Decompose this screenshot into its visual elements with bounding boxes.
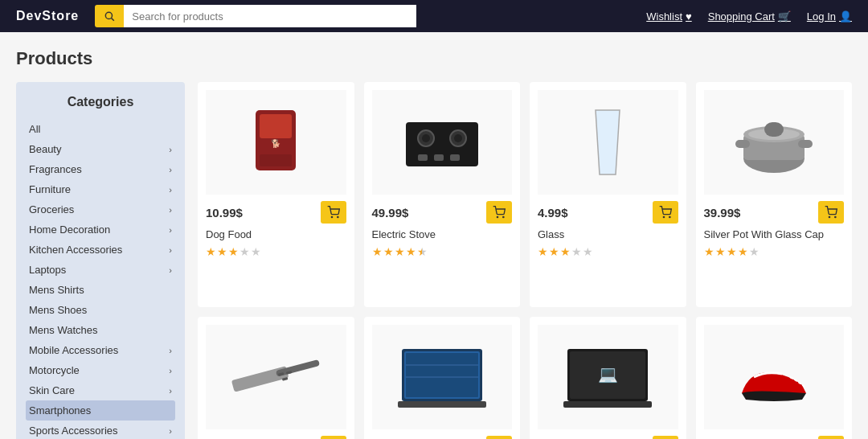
- cart-icon: 🛒: [778, 10, 791, 23]
- product-image: [704, 90, 845, 195]
- product-image: [372, 90, 513, 195]
- wishlist-link[interactable]: Wishlist ♥: [646, 10, 692, 23]
- add-to-cart-button[interactable]: [818, 201, 844, 224]
- star-icon: ★: [372, 245, 383, 258]
- svg-rect-47: [563, 401, 652, 408]
- product-stars: ★★★★★: [372, 245, 513, 258]
- product-price-row: 1099.99$: [372, 436, 513, 439]
- product-price-row: 149.99$: [704, 436, 845, 439]
- star-icon: ★: [538, 245, 548, 258]
- sidebar-item-label: All: [29, 123, 40, 135]
- svg-rect-3: [260, 114, 292, 138]
- sidebar-item-kitchen-accessories[interactable]: Kitchen Accessories›: [26, 240, 175, 260]
- sidebar: Categories AllBeauty›Fragrances›Furnitur…: [16, 82, 185, 439]
- product-price: 4.99$: [538, 206, 568, 220]
- chevron-right-icon: ›: [169, 225, 172, 235]
- add-to-cart-button[interactable]: [818, 436, 844, 439]
- search-wrapper: [95, 5, 416, 27]
- user-icon: 👤: [839, 10, 852, 23]
- sidebar-item-furniture[interactable]: Furniture›: [26, 179, 175, 199]
- add-to-cart-button[interactable]: [653, 201, 678, 224]
- product-name: Glass: [538, 228, 678, 240]
- star-icon: ★: [704, 245, 714, 258]
- star-icon: ★: [240, 245, 250, 258]
- product-name: Dog Food: [206, 228, 346, 240]
- chevron-right-icon: ›: [169, 346, 172, 355]
- cart-link[interactable]: Shopping Cart 🛒: [708, 10, 791, 23]
- sidebar-item-laptops[interactable]: Laptops›: [26, 260, 175, 280]
- add-to-cart-button[interactable]: [321, 436, 346, 439]
- sidebar-item-beauty[interactable]: Beauty›: [26, 139, 175, 159]
- sidebar-item-label: Beauty: [29, 143, 61, 155]
- star-icon: ★: [395, 245, 405, 258]
- sidebar-item-label: Groceries: [29, 203, 74, 215]
- product-name: Electric Stove: [372, 228, 513, 240]
- sidebar-item-all[interactable]: All: [26, 119, 175, 139]
- sidebar-item-label: Mens Watches: [29, 324, 98, 336]
- star-icon: ★: [727, 245, 737, 258]
- svg-rect-26: [798, 140, 813, 148]
- sidebar-item-label: Mens Shoes: [29, 304, 87, 316]
- svg-point-7: [337, 216, 338, 217]
- product-price-row: 8.99$: [206, 436, 346, 439]
- search-input[interactable]: [124, 5, 416, 27]
- logo: DevStore: [16, 9, 79, 23]
- sidebar-item-mens-shoes[interactable]: Mens Shoes: [26, 300, 175, 320]
- sidebar-item-label: Mobile Accessories: [29, 344, 118, 356]
- add-to-cart-button[interactable]: [486, 436, 512, 439]
- sidebar-item-smartphones[interactable]: Smartphones: [26, 400, 175, 421]
- product-price-row: 49.99$: [372, 201, 513, 224]
- sidebar-item-label: Furniture: [29, 183, 71, 195]
- svg-point-16: [497, 216, 497, 217]
- main-layout: Categories AllBeauty›Fragrances›Furnitur…: [16, 82, 852, 439]
- product-price: 39.99$: [704, 206, 741, 220]
- login-link[interactable]: Log In 👤: [807, 10, 852, 23]
- star-icon: ★: [406, 245, 416, 258]
- star-icon: ★: [715, 245, 726, 258]
- product-image: 💻: [538, 325, 678, 429]
- product-price: 49.99$: [372, 206, 409, 220]
- svg-rect-24: [764, 122, 784, 137]
- svg-point-6: [331, 216, 332, 217]
- product-card: 149.99$Nike Air Jordan 1 Red And Black★★…: [696, 317, 853, 439]
- chevron-right-icon: ›: [169, 205, 172, 215]
- product-stars: ★★★★★: [206, 245, 346, 258]
- product-price: 10.99$: [206, 206, 243, 220]
- add-to-cart-button[interactable]: [321, 201, 346, 224]
- svg-rect-5: [260, 154, 292, 166]
- sidebar-item-label: Laptops: [29, 264, 66, 276]
- sidebar-item-motorcycle[interactable]: Motorcycle›: [26, 360, 175, 380]
- sidebar-item-home-decoration[interactable]: Home Decoration›: [26, 220, 175, 240]
- product-grid: 🐕10.99$Dog Food★★★★★49.99$Electric Stove…: [198, 82, 852, 439]
- sidebar-item-mens-watches[interactable]: Mens Watches: [26, 320, 175, 340]
- header-nav: Wishlist ♥ Shopping Cart 🛒 Log In 👤: [646, 10, 852, 23]
- sidebar-item-fragrances[interactable]: Fragrances›: [26, 159, 175, 179]
- sidebar-item-mobile-accessories[interactable]: Mobile Accessories›: [26, 340, 175, 360]
- star-icon: ★: [571, 245, 582, 258]
- product-price-row: 10.99$: [206, 201, 346, 224]
- add-to-cart-button[interactable]: [486, 201, 512, 224]
- sidebar-item-label: Kitchen Accessories: [29, 244, 122, 256]
- star-icon: ★: [228, 245, 239, 258]
- chevron-right-icon: ›: [169, 185, 172, 195]
- svg-point-28: [835, 216, 836, 217]
- star-icon: ★: [738, 245, 748, 258]
- product-name: Silver Pot With Glass Cap: [704, 228, 845, 240]
- star-icon: ★: [560, 245, 571, 258]
- sidebar-item-skin-care[interactable]: Skin Care›: [26, 380, 175, 400]
- product-image: [538, 90, 678, 195]
- sidebar-item-mens-shirts[interactable]: Mens Shirts: [26, 280, 175, 300]
- sidebar-item-groceries[interactable]: Groceries›: [26, 199, 175, 220]
- sidebar-title: Categories: [26, 95, 175, 109]
- star-icon: ★: [549, 245, 559, 258]
- product-card: 1099.99$Lenovo Yoga 920★★★★★: [364, 317, 521, 439]
- star-icon: ★: [583, 245, 593, 258]
- svg-rect-41: [398, 401, 486, 408]
- star-icon: ★: [217, 245, 227, 258]
- sidebar-item-sports-accessories[interactable]: Sports Accessories›: [26, 421, 175, 439]
- product-stars: ★★★★★: [704, 245, 845, 258]
- svg-point-12: [454, 134, 462, 142]
- search-button[interactable]: [95, 5, 124, 27]
- add-to-cart-button[interactable]: [653, 436, 678, 439]
- star-icon: ★: [417, 245, 428, 258]
